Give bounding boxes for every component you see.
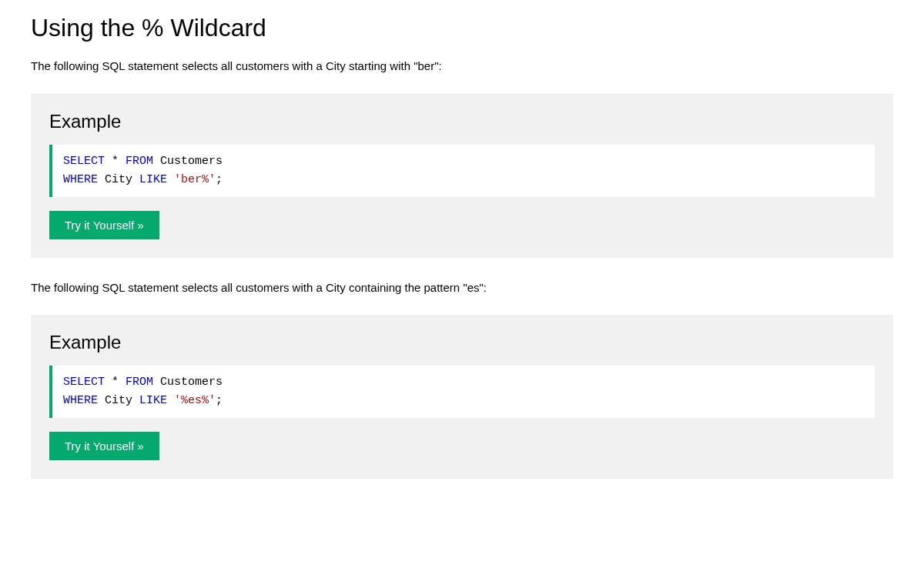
example-heading-1: Example (49, 111, 875, 132)
sql-string-2: '%es%' (174, 394, 216, 407)
sql-keyword-from: FROM (126, 376, 153, 389)
page-title: Using the % Wildcard (31, 14, 893, 42)
sql-ident-city: City (105, 173, 132, 186)
try-it-yourself-button-2[interactable]: Try it Yourself » (49, 432, 159, 460)
sql-semicolon: ; (216, 394, 223, 407)
example-heading-2: Example (49, 332, 875, 353)
intro-paragraph-2: The following SQL statement selects all … (31, 279, 893, 297)
sql-star: * (112, 155, 119, 168)
sql-keyword-from: FROM (126, 155, 153, 168)
sql-star: * (112, 376, 119, 389)
code-block-2: SELECT * FROM Customers WHERE City LIKE … (49, 366, 875, 418)
try-it-yourself-button-1[interactable]: Try it Yourself » (49, 211, 159, 239)
sql-ident-customers: Customers (160, 155, 223, 168)
code-block-1: SELECT * FROM Customers WHERE City LIKE … (49, 145, 875, 197)
sql-keyword-where: WHERE (63, 394, 98, 407)
sql-ident-customers: Customers (160, 376, 223, 389)
sql-keyword-like: LIKE (139, 394, 167, 407)
sql-keyword-like: LIKE (139, 173, 167, 186)
sql-keyword-select: SELECT (63, 376, 105, 389)
sql-semicolon: ; (216, 173, 223, 186)
sql-keyword-where: WHERE (63, 173, 98, 186)
sql-string-1: 'ber%' (174, 173, 216, 186)
sql-ident-city: City (105, 394, 132, 407)
example-box-2: Example SELECT * FROM Customers WHERE Ci… (31, 315, 893, 479)
intro-paragraph-1: The following SQL statement selects all … (31, 58, 893, 75)
example-box-1: Example SELECT * FROM Customers WHERE Ci… (31, 94, 893, 258)
sql-keyword-select: SELECT (63, 155, 105, 168)
